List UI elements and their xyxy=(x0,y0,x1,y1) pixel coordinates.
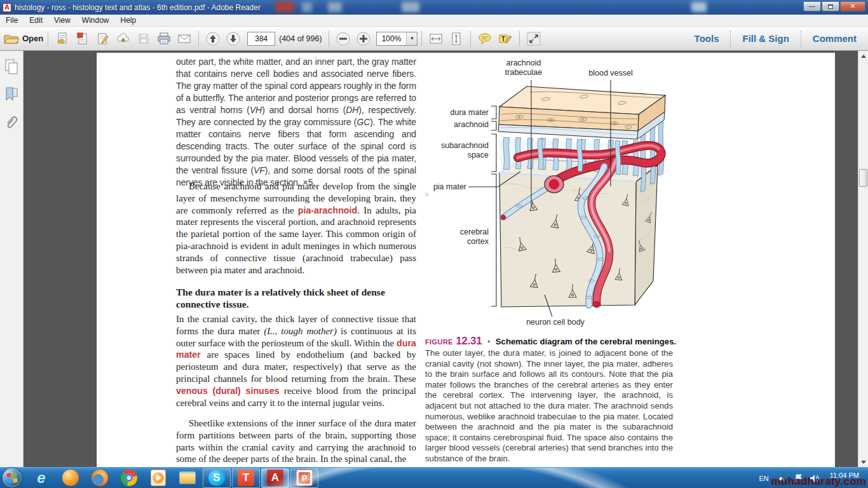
t-app-icon: T xyxy=(238,470,254,486)
restore-button[interactable] xyxy=(822,1,839,11)
fit-width-icon xyxy=(429,32,443,45)
cloud-upload-button[interactable] xyxy=(114,29,133,48)
titlebar-artifact xyxy=(275,2,294,12)
toolbar-separator xyxy=(519,31,520,46)
zoom-level-select[interactable]: 100% ▼ xyxy=(376,32,418,46)
zoom-level-value: 100% xyxy=(377,34,407,43)
toolbar-separator xyxy=(329,31,329,46)
fit-width-button[interactable] xyxy=(426,29,445,48)
menu-edit[interactable]: Edit xyxy=(24,15,48,26)
powerpoint-taskbar-button[interactable]: P xyxy=(290,468,318,488)
create-pdf-button[interactable] xyxy=(73,29,92,48)
bookmarks-icon[interactable] xyxy=(4,86,19,103)
clock[interactable]: 11:04 PM xyxy=(830,471,859,479)
action-center-flag-icon[interactable] xyxy=(794,474,803,483)
page-number-input[interactable] xyxy=(247,32,275,46)
export-pdf-icon xyxy=(56,32,69,45)
scroll-up-button[interactable] xyxy=(858,51,868,61)
zoom-out-icon xyxy=(336,32,350,46)
open-folder-icon xyxy=(4,33,19,44)
windows-explorer-icon[interactable] xyxy=(179,469,196,487)
menu-view[interactable]: View xyxy=(48,15,76,26)
save-button[interactable] xyxy=(134,29,153,48)
scrollbar-thumb[interactable] xyxy=(859,169,867,187)
powerpoint-icon: P xyxy=(296,470,313,486)
toolbar: Open xyxy=(0,27,868,51)
sign-document-icon xyxy=(97,32,109,45)
page-thumbnails-icon[interactable] xyxy=(4,58,19,75)
scroll-down-button[interactable] xyxy=(858,457,868,467)
fit-page-button[interactable] xyxy=(447,29,466,48)
titlebar-artifact xyxy=(402,2,419,12)
print-button[interactable] xyxy=(154,29,173,48)
fullscreen-button[interactable] xyxy=(524,29,543,48)
vertical-scrollbar[interactable] xyxy=(858,51,868,467)
internet-explorer-icon[interactable]: e xyxy=(32,469,50,487)
scroll-up-icon xyxy=(861,55,866,58)
figure-12-31: arachnoid trabeculae blood vessel dura m… xyxy=(425,57,673,330)
zoom-out-button[interactable] xyxy=(334,29,353,48)
minimize-button[interactable]: — xyxy=(803,1,821,11)
comment-bubble-button[interactable] xyxy=(475,29,494,48)
zoom-dropdown-arrow-icon[interactable]: ▼ xyxy=(406,32,417,45)
previous-figure-caption-text: outer part, the white matter, and an inn… xyxy=(176,56,416,189)
toolbar-separator xyxy=(198,31,199,46)
label-arachnoid: arachnoid xyxy=(425,120,489,130)
windows-logo-icon xyxy=(6,472,18,484)
start-button[interactable] xyxy=(3,468,22,487)
window-title: histology - ross - histology text and at… xyxy=(15,3,261,12)
sign-document-button[interactable] xyxy=(93,29,112,48)
volume-icon[interactable] xyxy=(810,474,820,483)
show-hidden-icons-button[interactable] xyxy=(778,477,784,480)
export-pdf-button[interactable] xyxy=(53,29,72,48)
highlight-text-button[interactable]: T xyxy=(496,29,515,48)
chrome-icon[interactable] xyxy=(120,469,138,487)
t-app-taskbar-button[interactable]: T xyxy=(232,468,260,488)
close-button[interactable]: ✕ xyxy=(840,1,865,11)
label-cerebral-cortex: cerebral cortex xyxy=(425,227,489,247)
page-count-label: (404 of 996) xyxy=(279,34,322,43)
toolbar-separator xyxy=(470,31,471,46)
comment-bubble-icon xyxy=(478,32,492,45)
menu-window[interactable]: Window xyxy=(76,15,115,26)
email-icon xyxy=(177,33,191,44)
language-indicator[interactable]: EN xyxy=(759,475,768,482)
fit-page-icon xyxy=(450,32,463,45)
meninges-diagram xyxy=(425,57,673,330)
skype-taskbar-button[interactable]: S xyxy=(203,468,231,488)
email-button[interactable] xyxy=(175,29,194,48)
next-page-button[interactable] xyxy=(224,29,243,48)
zoom-in-button[interactable] xyxy=(354,29,373,48)
toolbar-separator xyxy=(48,31,48,46)
previous-page-button[interactable] xyxy=(203,29,222,48)
fill-sign-button[interactable]: Fill & Sign xyxy=(731,33,800,44)
system-tray: EN 11:04 PM xyxy=(759,468,868,488)
attachments-icon[interactable] xyxy=(4,114,19,131)
firefox-icon[interactable] xyxy=(91,469,109,487)
open-button[interactable]: Open xyxy=(4,29,43,48)
tools-button[interactable]: Tools xyxy=(683,33,731,44)
comment-button[interactable]: Comment xyxy=(801,33,868,44)
adobe-reader-taskbar-button[interactable]: A xyxy=(261,468,289,488)
highlight-text-icon: T xyxy=(498,32,512,45)
adobe-reader-window: histology - ross - histology text and at… xyxy=(0,0,868,488)
figure-caption: FIGURE 12.31 • Schematic diagram of the … xyxy=(425,335,673,464)
save-icon xyxy=(137,32,150,45)
label-dura-mater: dura mater xyxy=(425,108,489,118)
titlebar-artifact xyxy=(328,2,342,12)
label-arachnoid-trabeculae: arachnoid trabeculae xyxy=(489,58,559,78)
media-app-icon[interactable] xyxy=(62,469,79,487)
navigation-pane xyxy=(0,51,24,467)
scroll-down-icon xyxy=(861,461,866,464)
body-paragraph: In the cranial cavity, the thick layer o… xyxy=(176,313,416,409)
figure-caption-body: The outer layer, the dura mater, is join… xyxy=(425,348,673,464)
label-neuron-cell-body: neuron cell body xyxy=(501,318,609,327)
media-player-icon[interactable] xyxy=(149,469,167,487)
figure-word: FIGURE xyxy=(425,338,453,346)
menu-file[interactable]: File xyxy=(0,15,24,26)
titlebar: histology - ross - histology text and at… xyxy=(0,0,868,15)
cloud-upload-icon xyxy=(116,32,130,45)
menu-help[interactable]: Help xyxy=(115,15,142,26)
next-page-icon xyxy=(226,32,240,46)
skype-icon: S xyxy=(208,470,225,486)
